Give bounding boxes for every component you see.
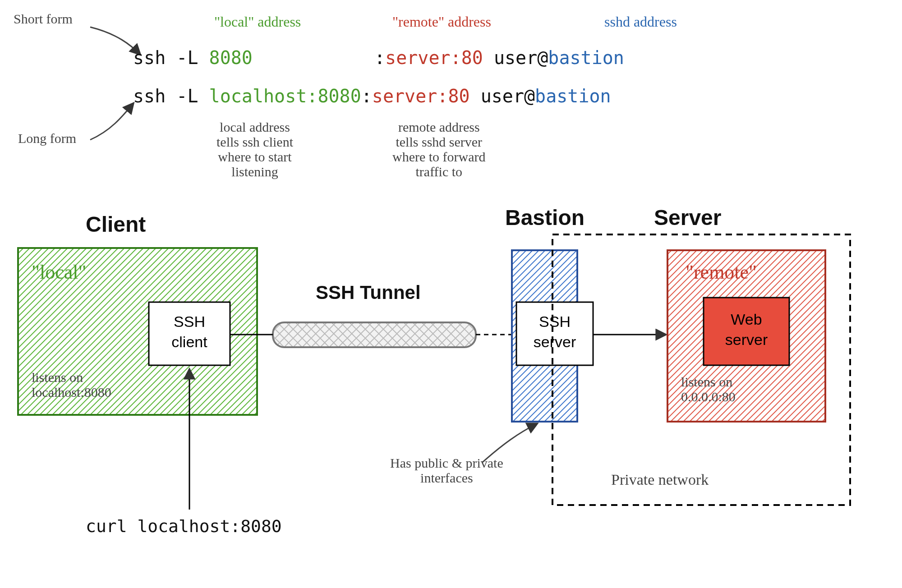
cmd1-prefix: ssh -L bbox=[133, 47, 209, 68]
remote-listen: listens on 0.0.0.0:80 bbox=[681, 374, 736, 404]
cmd2-sp bbox=[470, 86, 481, 106]
cmd1-target: bastion bbox=[548, 47, 624, 68]
local-note: local address tells ssh client where to … bbox=[216, 119, 293, 179]
bastion-note: Has public & private interfaces bbox=[390, 455, 503, 485]
cmd2-prefix: ssh -L bbox=[133, 86, 209, 106]
server-title: Server bbox=[654, 205, 721, 230]
ssh-client-l1: SSH bbox=[174, 313, 205, 330]
remote-badge: "remote" bbox=[686, 262, 757, 283]
cmd1-remote: server:80 bbox=[385, 47, 483, 68]
cmd2-target: bastion bbox=[535, 86, 611, 106]
cmd-short: ssh -L 8080 bbox=[133, 47, 253, 68]
cmd2-remote: server:80 bbox=[372, 86, 470, 106]
client-title: Client bbox=[86, 212, 146, 237]
bastion-title: Bastion bbox=[505, 205, 584, 230]
svg-text:server: server bbox=[725, 331, 768, 348]
local-badge: "local" bbox=[32, 262, 86, 283]
tunnel-label: SSH Tunnel bbox=[316, 282, 421, 303]
cmd-short-remote: :server:80 user@bastion bbox=[374, 47, 624, 68]
cmd2-colon: : bbox=[361, 86, 372, 106]
remote-note: remote address tells sshd server where t… bbox=[392, 119, 486, 179]
remote-head: "remote" address bbox=[392, 14, 491, 30]
long-form-label: Long form bbox=[18, 131, 76, 146]
local-listen: listens on localhost:8080 bbox=[32, 370, 111, 400]
cmd1-userat: user@ bbox=[494, 47, 548, 68]
svg-text:SSH: SSH bbox=[539, 313, 571, 330]
cmd2-local: localhost:8080 bbox=[209, 86, 361, 106]
svg-rect-3 bbox=[273, 322, 476, 347]
cmd1-colon1: : bbox=[374, 47, 385, 68]
cmd1-sp bbox=[483, 47, 494, 68]
ssh-client-l2: client bbox=[171, 333, 207, 350]
curl-cmd: curl localhost:8080 bbox=[86, 516, 282, 536]
sshd-head: sshd address bbox=[604, 14, 677, 30]
svg-text:server: server bbox=[534, 333, 576, 350]
cmd-long: ssh -L localhost:8080:server:80 user@bas… bbox=[133, 86, 611, 106]
short-form-label: Short form bbox=[14, 11, 73, 26]
svg-text:Web: Web bbox=[731, 311, 762, 328]
cmd1-local: 8080 bbox=[209, 47, 253, 68]
cmd2-userat: user@ bbox=[481, 86, 535, 106]
private-net-label: Private network bbox=[611, 471, 709, 488]
local-head: "local" address bbox=[214, 14, 301, 30]
